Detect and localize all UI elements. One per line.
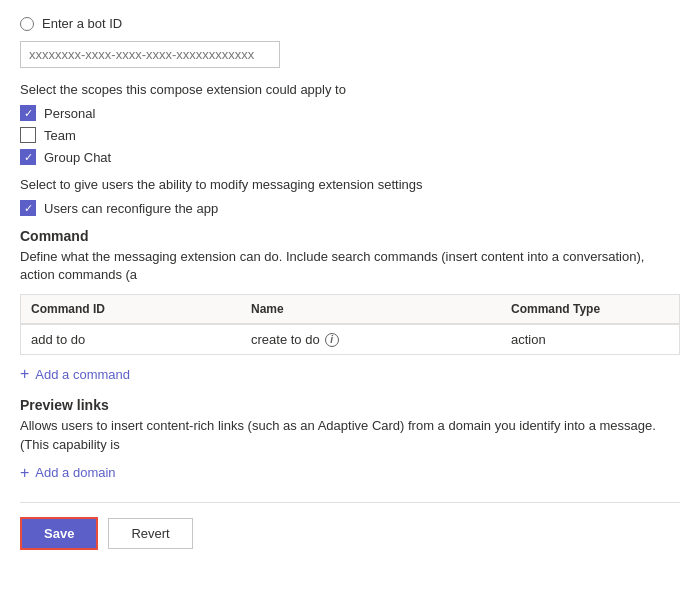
preview-links-section: Preview links Allows users to insert con… <box>20 397 680 453</box>
enter-bot-id-label: Enter a bot ID <box>42 16 122 31</box>
col-command-type: Command Type <box>511 302 669 316</box>
personal-checkbox[interactable]: ✓ <box>20 105 36 121</box>
command-desc: Define what the messaging extension can … <box>20 248 680 284</box>
preview-links-desc: Allows users to insert content-rich link… <box>20 417 680 453</box>
revert-button[interactable]: Revert <box>108 518 192 549</box>
add-domain-label: Add a domain <box>35 465 115 480</box>
reconfigure-label: Select to give users the ability to modi… <box>20 177 680 192</box>
team-checkbox-row: Team <box>20 127 680 143</box>
col-command-id: Command ID <box>31 302 251 316</box>
team-checkbox[interactable] <box>20 127 36 143</box>
groupchat-label: Group Chat <box>44 150 111 165</box>
footer-buttons: Save Revert <box>20 502 680 550</box>
add-domain-plus-icon: + <box>20 464 29 482</box>
groupchat-checkmark: ✓ <box>24 152 33 163</box>
add-command-label: Add a command <box>35 367 130 382</box>
add-command-link[interactable]: + Add a command <box>20 365 680 383</box>
reconfigure-checkbox[interactable]: ✓ <box>20 200 36 216</box>
team-label: Team <box>44 128 76 143</box>
add-command-plus-icon: + <box>20 365 29 383</box>
cell-name: create to do i <box>251 332 511 347</box>
preview-links-heading: Preview links <box>20 397 680 413</box>
groupchat-checkbox[interactable]: ✓ <box>20 149 36 165</box>
personal-checkmark: ✓ <box>24 108 33 119</box>
cell-command-type: action <box>511 332 669 347</box>
add-domain-link[interactable]: + Add a domain <box>20 464 680 482</box>
command-heading: Command <box>20 228 680 244</box>
reconfigure-checkmark: ✓ <box>24 203 33 214</box>
info-icon[interactable]: i <box>325 333 339 347</box>
col-name: Name <box>251 302 511 316</box>
command-table: Command ID Name Command Type add to do c… <box>20 294 680 355</box>
table-header-row: Command ID Name Command Type <box>21 295 679 324</box>
groupchat-checkbox-row: ✓ Group Chat <box>20 149 680 165</box>
personal-checkbox-row: ✓ Personal <box>20 105 680 121</box>
enter-bot-id-radio[interactable] <box>20 17 34 31</box>
personal-label: Personal <box>44 106 95 121</box>
cell-command-id: add to do <box>31 332 251 347</box>
scopes-label: Select the scopes this compose extension… <box>20 82 680 97</box>
save-button[interactable]: Save <box>20 517 98 550</box>
table-row: add to do create to do i action <box>21 324 679 354</box>
reconfigure-checkbox-label: Users can reconfigure the app <box>44 201 218 216</box>
bot-id-input[interactable] <box>20 41 280 68</box>
reconfigure-checkbox-row: ✓ Users can reconfigure the app <box>20 200 680 216</box>
